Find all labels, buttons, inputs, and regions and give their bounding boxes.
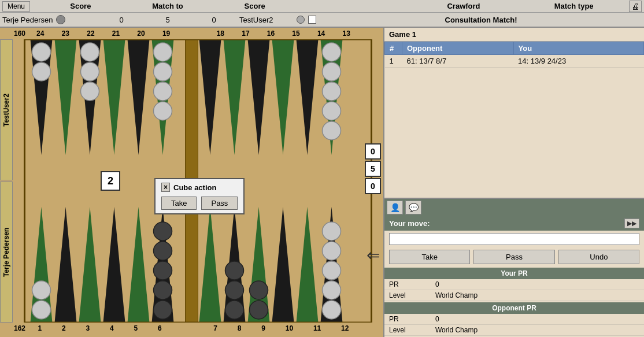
svg-point-32	[323, 102, 341, 120]
top-num-21: 21	[112, 29, 120, 38]
player2-name: TestUser2	[239, 16, 273, 24]
bot-num-10: 10	[286, 324, 293, 332]
cube-popup: × Cube action Take Pass	[154, 178, 245, 214]
svg-point-29	[323, 43, 341, 61]
menu-button[interactable]: Menu	[2, 1, 30, 12]
menu-bar: Menu Score Match to Score Crawford Match…	[0, 0, 644, 13]
bot-num-5: 5	[134, 324, 138, 332]
cube-box: 2	[101, 171, 120, 191]
top-num-17: 17	[242, 29, 249, 38]
skip-button[interactable]: ▶▶	[624, 219, 639, 228]
your-move-header: Your move: ▶▶	[384, 216, 644, 231]
top-num-18: 18	[217, 29, 224, 38]
svg-point-27	[32, 43, 51, 61]
row-num-160: 160	[13, 29, 25, 38]
svg-point-43	[225, 281, 244, 299]
svg-point-42	[225, 301, 244, 319]
pr-label: PR	[389, 280, 435, 288]
match-type-header: Match type	[539, 2, 609, 10]
svg-point-40	[154, 242, 172, 260]
player-label-testuser2: TestUser2	[0, 39, 13, 180]
top-num-15: 15	[292, 29, 299, 38]
svg-point-36	[81, 82, 99, 101]
top-num-13: 13	[342, 29, 350, 38]
col-opponent: Opponent	[402, 42, 514, 55]
svg-point-57	[154, 102, 172, 120]
pr-value: 0	[435, 280, 439, 288]
opp-level-value: World Champ	[435, 326, 478, 334]
match-type-value: Consultation Match!	[445, 16, 517, 24]
svg-point-41	[154, 222, 172, 240]
col-num: #	[385, 42, 402, 55]
svg-point-37	[154, 301, 172, 319]
crawford-checkbox[interactable]	[308, 16, 316, 24]
player-tab[interactable]: 👤	[387, 201, 403, 214]
svg-point-48	[32, 281, 51, 299]
bot-num-3: 3	[86, 324, 90, 332]
level-value: World Champ	[435, 291, 478, 299]
svg-point-28	[32, 62, 51, 81]
score-header: Score	[57, 2, 103, 10]
bot-num-8: 8	[238, 324, 242, 332]
cube-pass-button[interactable]: Pass	[201, 197, 238, 210]
bot-num-2: 2	[62, 324, 66, 332]
svg-point-56	[154, 82, 172, 101]
bot-num-6: 6	[158, 324, 162, 332]
top-num-14: 14	[317, 29, 325, 38]
chat-tab[interactable]: 💬	[405, 201, 421, 214]
svg-point-31	[323, 82, 341, 101]
bot-num-11: 11	[313, 324, 321, 332]
svg-point-34	[81, 43, 99, 61]
die-3: 0	[365, 178, 381, 194]
pass-button[interactable]: Pass	[473, 250, 554, 264]
row-num-162: 162	[13, 324, 25, 332]
svg-point-51	[323, 261, 341, 280]
svg-point-30	[323, 62, 341, 81]
opponent-pr-section: Opponent PR PR 0 Level World Champ	[384, 302, 644, 336]
your-pr-section: Your PR PR 0 Level World Champ	[384, 268, 644, 301]
svg-point-44	[225, 261, 244, 280]
col-you: You	[513, 42, 643, 55]
game-label: Game 1	[384, 28, 644, 42]
cube-take-button[interactable]: Take	[161, 197, 197, 210]
move-input[interactable]	[389, 233, 639, 245]
svg-point-50	[323, 281, 341, 299]
crawford-header: Crawford	[429, 2, 498, 10]
bot-num-12: 12	[341, 324, 349, 332]
opp-pr-label: PR	[389, 315, 435, 323]
crawford-checker	[297, 16, 305, 24]
player2-score: 0	[212, 16, 216, 24]
bottom-controls: 👤 💬 Your move: ▶▶ Take Pass Undo Your PR…	[384, 198, 644, 337]
svg-point-49	[323, 301, 341, 319]
player1-score: 0	[119, 16, 123, 24]
top-num-16: 16	[267, 29, 275, 38]
move-arrow: ⇐	[367, 246, 380, 265]
svg-point-47	[32, 301, 51, 319]
player1-checker-icon	[56, 15, 65, 24]
svg-point-46	[250, 281, 268, 299]
top-num-22: 22	[87, 29, 94, 38]
print-icon[interactable]: 🖨	[629, 1, 642, 12]
match-to-header: Match to	[145, 2, 191, 10]
take-button[interactable]: Take	[389, 250, 470, 264]
svg-point-52	[323, 242, 341, 260]
svg-point-39	[154, 261, 172, 280]
svg-point-45	[250, 301, 268, 319]
tab-bar: 👤 💬	[384, 199, 644, 216]
match-to-value: 5	[165, 16, 169, 24]
move-table: # Opponent You 1 61: 13/7 8/7 14: 13/9 2…	[384, 42, 644, 113]
popup-title: Cube action	[173, 183, 216, 192]
level-label: Level	[389, 291, 435, 299]
bot-num-7: 7	[213, 324, 217, 332]
move-opponent: 61: 13/7 8/7	[402, 55, 514, 68]
top-num-23: 23	[62, 29, 69, 38]
opp-level-label: Level	[389, 326, 435, 334]
top-num-20: 20	[137, 29, 145, 38]
top-num-24: 24	[36, 29, 44, 38]
undo-button[interactable]: Undo	[558, 250, 639, 264]
popup-close-icon[interactable]: ×	[161, 183, 170, 192]
move-num: 1	[385, 55, 402, 68]
svg-point-53	[323, 222, 341, 240]
score2-header: Score	[232, 2, 278, 10]
bot-num-1: 1	[38, 324, 42, 332]
